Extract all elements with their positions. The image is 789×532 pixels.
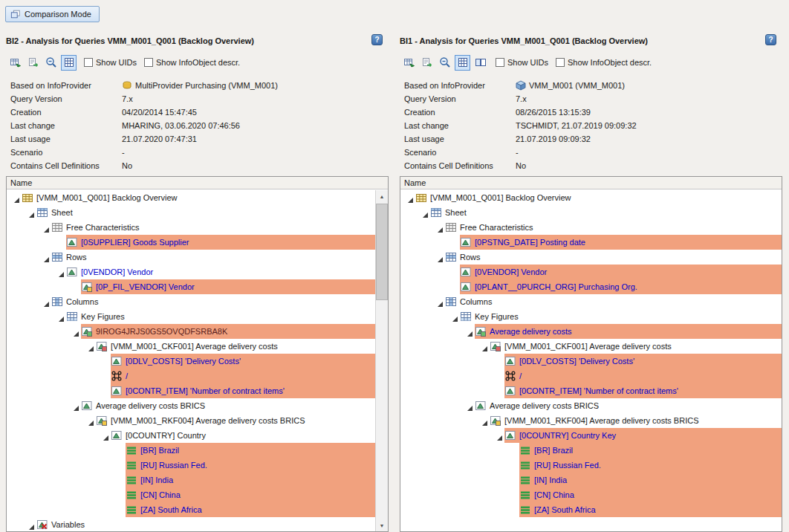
grid-view-icon[interactable]	[61, 55, 77, 71]
generate-query-icon[interactable]	[25, 55, 41, 71]
zoom-out-icon[interactable]	[437, 55, 452, 71]
property-value-text: 04/20/2014 15:47:45	[122, 108, 197, 117]
tree-row[interactable]: /	[7, 369, 375, 383]
expander-icon[interactable]	[405, 192, 415, 203]
selection-icon	[82, 400, 92, 411]
zoom-out-icon[interactable]	[43, 55, 59, 71]
tree-row[interactable]: Columns	[400, 294, 782, 309]
property-value: No	[122, 161, 132, 170]
expander-icon[interactable]	[479, 415, 490, 426]
expander-icon[interactable]	[435, 252, 445, 262]
tree-row[interactable]: [VMM_M001_RKF004] Average delivery costs…	[7, 413, 375, 428]
tree-item-label: [0DLV_COSTS] 'Delivery Costs'	[126, 357, 241, 366]
tree-row[interactable]: [0COUNTRY] Country	[7, 428, 375, 443]
expander-icon[interactable]	[85, 341, 96, 351]
tree-row[interactable]: [ZA] South Africa	[7, 502, 375, 517]
show-query-icon[interactable]	[7, 55, 23, 71]
tree-row[interactable]: [0PSTNG_DATE] Posting date	[400, 235, 782, 250]
tree-row[interactable]: [IN] India	[7, 473, 375, 487]
tree-row[interactable]: [VMM_M001_RKF004] Average delivery costs…	[400, 413, 782, 428]
tree-row[interactable]: [VMM_M001_CKF001] Average delivery costs	[7, 339, 375, 354]
help-icon[interactable]: ?	[371, 34, 383, 45]
expander-icon[interactable]	[449, 311, 460, 322]
checkbox-box[interactable]	[144, 58, 153, 67]
tree-row[interactable]: [RU] Russian Fed.	[7, 458, 375, 473]
expander-icon[interactable]	[85, 415, 96, 426]
tree-row[interactable]: [0VENDOR] Vendor	[7, 265, 375, 279]
tree-row[interactable]: [VMM_M001_Q001] Backlog Overview	[400, 190, 782, 205]
expander-icon[interactable]	[26, 207, 36, 218]
generate-query-icon[interactable]	[419, 55, 435, 71]
tree-row[interactable]: [IN] India	[400, 473, 782, 487]
tree-row[interactable]: Sheet	[400, 205, 782, 220]
tree-row[interactable]: Rows	[400, 250, 782, 265]
expander-icon[interactable]	[26, 519, 36, 530]
tree-row[interactable]: [0SUPPLIER] Goods Supplier	[7, 235, 375, 250]
expander-icon[interactable]	[41, 222, 51, 233]
tree-row[interactable]: [VMM_M001_CKF001] Average delivery costs	[400, 339, 782, 354]
tree-row[interactable]: [0VENDOR] Vendor	[400, 265, 782, 279]
tree-row[interactable]: [VMM_M001_Q001] Backlog Overview	[7, 190, 375, 205]
tree-row[interactable]: [0COUNTRY] Country Key	[400, 428, 782, 443]
expander-icon[interactable]	[71, 326, 81, 337]
show-uids-checkbox[interactable]: Show UIDs	[84, 58, 137, 67]
show-infoobject-descr-checkbox[interactable]: Show InfoObject descr.	[556, 58, 652, 67]
tree-row[interactable]: Free Characteristics	[7, 220, 375, 235]
grid-view-icon[interactable]	[455, 55, 470, 71]
expander-icon[interactable]	[100, 430, 111, 441]
checkbox-box[interactable]	[84, 58, 93, 67]
expander-icon[interactable]	[464, 400, 475, 411]
expander-icon[interactable]	[56, 267, 66, 277]
expander-icon[interactable]	[494, 430, 504, 441]
tree-row[interactable]: [BR] Brazil	[400, 443, 782, 458]
expander-icon[interactable]	[479, 341, 490, 351]
show-uids-checkbox[interactable]: Show UIDs	[496, 58, 548, 67]
expander-icon[interactable]	[41, 252, 51, 262]
tree-row[interactable]: [0PLANT__0PURCH_ORG] Purchasing Org.	[400, 279, 782, 294]
tree-row[interactable]: [0CONTR_ITEM] 'Number of contract items'	[7, 383, 375, 398]
expander-icon[interactable]	[41, 296, 51, 307]
tree-row[interactable]: [CN] China	[400, 487, 782, 502]
tree-row[interactable]: Columns	[7, 294, 375, 309]
tree-row[interactable]: Key Figures	[7, 309, 375, 324]
scroll-down-icon[interactable]: ▼	[376, 519, 388, 531]
tree-row[interactable]: [0DLV_COSTS] 'Delivery Costs'	[7, 354, 375, 369]
scroll-up-icon[interactable]: ▲	[376, 190, 388, 202]
property-label: Query Version	[10, 94, 122, 103]
tree-row[interactable]: [0P_FIL_VENDOR] Vendor	[7, 279, 375, 294]
expander-icon[interactable]	[464, 326, 475, 337]
tree-row[interactable]: Average delivery costs BRICS	[7, 398, 375, 413]
help-icon[interactable]: ?	[765, 34, 776, 45]
expander-spacer	[100, 356, 111, 366]
tree-row[interactable]: [0DLV_COSTS] 'Delivery Costs'	[400, 354, 782, 369]
expander-icon[interactable]	[11, 192, 22, 203]
checkbox-box[interactable]	[556, 58, 565, 67]
tree-row[interactable]: Average delivery costs BRICS	[400, 398, 782, 413]
comparison-mode-button[interactable]: Comparison Mode	[5, 6, 100, 22]
expander-icon[interactable]	[420, 207, 430, 218]
expander-icon[interactable]	[435, 296, 445, 307]
tree-row[interactable]: Key Figures	[400, 309, 782, 324]
tree-row[interactable]: [ZA] South Africa	[400, 502, 782, 517]
expander-icon[interactable]	[71, 400, 81, 411]
tree-row[interactable]: /	[400, 369, 782, 383]
tree-row[interactable]: [CN] China	[7, 487, 375, 502]
expander-icon[interactable]	[56, 311, 66, 322]
tree-row[interactable]: [BR] Brazil	[7, 443, 375, 458]
tree-row[interactable]: [0CONTR_ITEM] 'Number of contract items'	[400, 383, 782, 398]
split-view-icon[interactable]	[473, 55, 488, 71]
expander-icon[interactable]	[435, 222, 445, 233]
tree-row[interactable]: Free Characteristics	[400, 220, 782, 235]
vertical-scrollbar[interactable]: ▲ ▼	[375, 190, 388, 531]
tree-row[interactable]: 9IROG4JRJS0GS5OVQDFSRBA8K	[7, 324, 375, 339]
show-query-icon[interactable]	[401, 55, 417, 71]
scrollbar-thumb[interactable]	[376, 204, 388, 300]
panel-header: BI2 - Analysis for Queries VMM_M001_Q001…	[6, 34, 389, 48]
tree-row[interactable]: [RU] Russian Fed.	[400, 458, 782, 473]
show-infoobject-descr-checkbox[interactable]: Show InfoObject descr.	[144, 58, 240, 67]
tree-row[interactable]: Average delivery costs	[400, 324, 782, 339]
tree-row[interactable]: Rows	[7, 250, 375, 265]
tree-row[interactable]: Sheet	[7, 205, 375, 220]
tree-row[interactable]: Variables	[7, 517, 375, 531]
checkbox-box[interactable]	[496, 58, 504, 67]
